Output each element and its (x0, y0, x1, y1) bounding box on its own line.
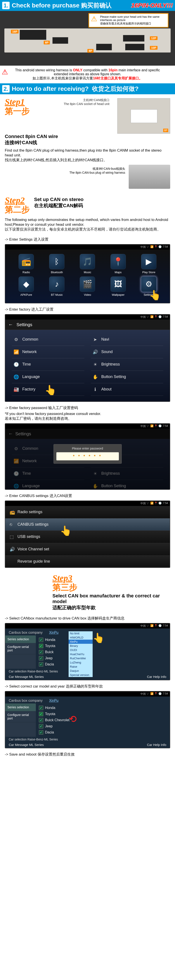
checkbox-icon[interactable]: ✓ (39, 706, 43, 710)
label-enter-canbus: -> Enter CANBUS settings 进入CAN设置 (0, 492, 175, 500)
brand-jeep[interactable]: ✓Jeep (39, 655, 167, 661)
checkbox-icon[interactable]: ✓ (39, 712, 43, 716)
app-settings[interactable]: ⚙Settings (134, 277, 163, 296)
step2-label: Step2 (5, 197, 30, 204)
row-reverse-guide-line[interactable]: Reverse guide line (5, 555, 170, 568)
step3-block: Step3 第三步 Select CAN box manufacturer & … (0, 571, 175, 615)
section-title-1-en: Check before purchase (12, 2, 79, 9)
password-dialog[interactable]: Please enter password * * * * * * (54, 444, 122, 463)
step1-heading-cn: 连接8针CAN线 (5, 139, 170, 146)
music-icon: 🎵 (80, 254, 95, 269)
can-plug-image (129, 165, 170, 189)
dropdown-option[interactable]: HuaCheiYu (69, 652, 93, 656)
mfr-dropdown-list[interactable]: No limitHIWORLDXinPuBinaryOUDIHuaCheiYuR… (69, 631, 93, 677)
pin-only-tag: 16PIN-ONLY!!! (131, 2, 173, 9)
checkbox-icon[interactable]: ✓ (39, 656, 43, 660)
section-num-2: 2. (2, 85, 9, 92)
settings-row-language[interactable]: 🌐Language (12, 480, 84, 490)
label-8p-b: 8P (87, 49, 93, 53)
dropdown-option[interactable]: OUDI (69, 648, 93, 652)
checkbox-icon[interactable]: ✓ (39, 724, 43, 729)
step1-heading-en: Connect 8pin CAN wire (5, 134, 170, 139)
dropdown-option[interactable]: Raise (69, 665, 93, 669)
step3-label: Step3 (52, 574, 77, 582)
row-usb-settings[interactable]: ⬚USB settings (5, 531, 170, 543)
company-dropdown[interactable]: XinPu (49, 699, 58, 703)
screen-password: 中国 ▽📶 📍 🕐7:54 ←Settings ⚙Common➤Navi📶Net… (5, 423, 170, 490)
app-music[interactable]: 🎵Music (73, 254, 102, 274)
tab-series-selection[interactable]: Series selection (5, 635, 36, 643)
password-title: Please enter password (54, 444, 121, 452)
row-radio-settings[interactable]: 📻Radio settings (5, 506, 170, 519)
app-video[interactable]: 🎬Video (73, 277, 102, 296)
brand-honda[interactable]: ✓Honda (39, 637, 167, 643)
tab-configure-serial[interactable]: Configure serial port (5, 643, 36, 654)
app-bluetooth[interactable]: ᛒBluetooth (43, 254, 71, 274)
label-enter-pwd: -> Enter factory password 输入工厂设置密码 (0, 404, 175, 412)
settings-row-time[interactable]: 🕐Time (12, 468, 84, 480)
label-16p: 16P (11, 30, 19, 33)
step1-body-en: Find out the 8pin CAN plug of wiring har… (5, 148, 170, 158)
brand-dacia[interactable]: ✓Dacia (39, 661, 167, 667)
dropdown-option[interactable]: HIWORLD (69, 635, 93, 640)
brand-toyota[interactable]: ✓Toyota (39, 711, 167, 717)
row-voice-channel-set[interactable]: 🔊Voice Channel set (5, 543, 170, 555)
car-help-link[interactable]: Car Help Info (147, 675, 166, 679)
settings-row-common[interactable]: ⚙Common (12, 333, 84, 346)
brand-toyota[interactable]: ✓Toyota (39, 643, 167, 649)
company-dropdown[interactable]: XinPu (49, 631, 58, 635)
dropdown-option[interactable]: No limit (69, 631, 93, 635)
dropdown-option[interactable]: Special version (69, 673, 93, 677)
checkbox-icon[interactable]: ✓ (39, 718, 43, 722)
row-canbus-settings[interactable]: ⎋CANBUS settings (5, 519, 170, 531)
common-icon: ⚙ (14, 446, 19, 451)
brand-honda[interactable]: ✓Honda (39, 705, 167, 711)
dropdown-option[interactable]: LuZheng (69, 660, 93, 665)
settings-row-navi[interactable]: ➤Navi (91, 333, 163, 346)
settings-row-about[interactable]: ℹAbout (91, 383, 163, 396)
tab-series-selection[interactable]: Series selection (5, 703, 36, 711)
settings-row-button-setting[interactable]: ✋Button Setting (91, 480, 163, 490)
settings-row-language[interactable]: 🌐Language (12, 371, 84, 383)
settings-row-factory[interactable]: 🏭Factory (12, 383, 84, 396)
car-help-link[interactable]: Car Help Info (147, 743, 166, 746)
app-bt-music[interactable]: ♪BT Music (43, 277, 71, 296)
back-icon[interactable]: ← (8, 322, 13, 328)
settings-row-brightness[interactable]: ☀Brightness (91, 358, 163, 371)
brand-buick-chevrolet[interactable]: ✓Buick Chevrolet (39, 717, 167, 723)
screen-settings: 中国 ▽📶 📍 🕐7:54 ← Settings ⚙Common➤Navi📶Ne… (5, 314, 170, 402)
app-maps[interactable]: 📍Maps (104, 254, 132, 274)
app-radio[interactable]: 📻Radio (12, 254, 41, 274)
settings-row-network[interactable]: 📶Network (12, 346, 84, 358)
brand-buick[interactable]: ✓Buick (39, 649, 167, 655)
app-play-store[interactable]: ▶Play Store (134, 254, 163, 274)
play store-icon: ▶ (141, 254, 156, 269)
step1-label-cn: 第一步 (5, 106, 30, 117)
label-select-model: -> Select correct car model and year 选择正… (0, 683, 175, 690)
password-input[interactable]: * * * * * * (56, 452, 119, 460)
checkbox-icon[interactable]: ✓ (39, 638, 43, 642)
app-apkpure[interactable]: ◆APKPure (12, 277, 41, 296)
checkbox-icon[interactable]: ✓ (39, 662, 43, 667)
checkbox-icon[interactable]: ✓ (39, 650, 43, 654)
settings-row-button-setting[interactable]: ✋Button Setting (91, 371, 163, 383)
brand-jeep[interactable]: ✓Jeep (39, 723, 167, 729)
dropdown-option[interactable]: Binary (69, 644, 93, 648)
settings-header[interactable]: ← Settings (5, 320, 170, 330)
dropdown-option[interactable]: Daojun (69, 669, 93, 673)
bluetooth-icon: ᛒ (49, 254, 65, 269)
step3-label-cn: 第三步 (52, 582, 77, 593)
settings-row-time[interactable]: 🕐Time (12, 358, 84, 371)
app-wallpaper[interactable]: 🖼Wallpaper (104, 277, 132, 296)
about-icon: ℹ (93, 387, 98, 392)
tab-configure-serial[interactable]: Configure serial port (5, 711, 36, 722)
step2-label-cn: 第二步 (5, 204, 30, 215)
settings-row-brightness[interactable]: ☀Brightness (91, 468, 163, 480)
dropdown-option[interactable]: RuiChenWei (69, 656, 93, 660)
checkbox-icon[interactable]: ✓ (39, 730, 43, 735)
brand-dacia[interactable]: ✓Dacia (39, 729, 167, 735)
dropdown-option[interactable]: XinPu (69, 640, 93, 644)
status-bar: 中国 ▽📶 📍 🕐7:54 (5, 245, 170, 250)
settings-row-sound[interactable]: 🔊Sound (91, 346, 163, 358)
checkbox-icon[interactable]: ✓ (39, 644, 43, 648)
